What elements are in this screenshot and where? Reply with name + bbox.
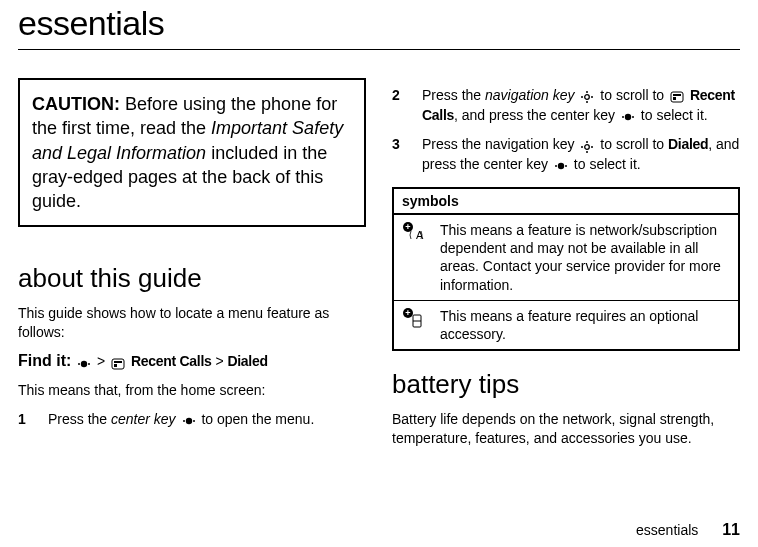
symbols-row-text: This means a feature is network/subscrip… xyxy=(432,214,739,300)
step-body: Press the navigation key to scroll to Re… xyxy=(422,86,740,125)
svg-text:+: + xyxy=(405,222,410,232)
svg-point-13 xyxy=(586,101,588,103)
step-3: 3 Press the navigation key to scroll to … xyxy=(392,135,740,174)
nav-key-icon xyxy=(580,136,594,155)
svg-text:+: + xyxy=(405,308,410,318)
svg-point-25 xyxy=(558,163,564,169)
svg-point-2 xyxy=(88,363,90,365)
svg-point-6 xyxy=(185,418,191,424)
svg-point-20 xyxy=(585,144,590,149)
caution-box: CAUTION: Before using the phone for the … xyxy=(18,78,366,227)
center-key-icon xyxy=(182,410,196,429)
svg-point-12 xyxy=(586,91,588,93)
svg-rect-14 xyxy=(671,92,683,102)
recent-calls-icon xyxy=(670,87,684,106)
svg-point-17 xyxy=(625,114,631,120)
battery-text: Battery life depends on the network, sig… xyxy=(392,410,740,448)
svg-rect-3 xyxy=(112,359,124,369)
symbols-header: symbols xyxy=(393,188,739,214)
svg-rect-4 xyxy=(114,361,122,363)
step-text: , and press the center key xyxy=(454,107,619,123)
svg-point-11 xyxy=(591,96,593,98)
footer-section-label: essentials xyxy=(636,522,698,538)
findit-recent: Recent Calls xyxy=(131,353,211,369)
recent-calls-icon xyxy=(111,355,125,371)
battery-heading: battery tips xyxy=(392,369,740,400)
svg-point-21 xyxy=(581,146,583,148)
findit-line: Find it: > Recent Calls > Dialed xyxy=(18,352,366,370)
about-heading: about this guide xyxy=(18,263,366,294)
svg-point-24 xyxy=(586,151,588,153)
svg-point-19 xyxy=(632,116,634,118)
table-row: + A This means a feature is network/subs… xyxy=(393,214,739,300)
findit-sep-2: > xyxy=(215,353,223,369)
step-italic: navigation key xyxy=(485,87,575,103)
findit-label: Find it: xyxy=(18,352,71,369)
left-column: CAUTION: Before using the phone for the … xyxy=(18,78,366,458)
right-column: 2 Press the navigation key to scroll to … xyxy=(392,78,740,458)
step-2: 2 Press the navigation key to scroll to … xyxy=(392,86,740,125)
step-text: Press the navigation key xyxy=(422,136,578,152)
svg-point-0 xyxy=(81,361,87,367)
step-num: 3 xyxy=(392,135,404,174)
caution-label: CAUTION: xyxy=(32,94,120,114)
svg-point-23 xyxy=(586,141,588,143)
right-steps: 2 Press the navigation key to scroll to … xyxy=(392,86,740,175)
nav-key-icon xyxy=(580,87,594,106)
symbols-table: symbols + A This means a feature is netw… xyxy=(392,187,740,351)
step-text: to scroll to xyxy=(600,87,668,103)
svg-rect-5 xyxy=(114,364,117,367)
svg-point-7 xyxy=(183,420,185,422)
center-key-icon xyxy=(554,156,568,175)
svg-point-22 xyxy=(591,146,593,148)
findit-means: This means that, from the home screen: xyxy=(18,381,366,400)
content-columns: CAUTION: Before using the phone for the … xyxy=(18,78,740,458)
findit-dialed: Dialed xyxy=(227,353,267,369)
step-italic: center key xyxy=(111,411,176,427)
svg-point-26 xyxy=(555,165,557,167)
findit-sep-1: > xyxy=(97,353,105,369)
step-text: Press the xyxy=(48,411,111,427)
svg-point-10 xyxy=(581,96,583,98)
step-num: 2 xyxy=(392,86,404,125)
center-key-icon xyxy=(621,107,635,126)
step-1: 1 Press the center key to open the menu. xyxy=(18,410,366,430)
svg-rect-15 xyxy=(673,94,681,96)
svg-rect-16 xyxy=(673,97,676,100)
step-text: to scroll to xyxy=(600,136,668,152)
about-intro: This guide shows how to locate a menu fe… xyxy=(18,304,366,342)
step-body: Press the center key to open the menu. xyxy=(48,410,366,430)
svg-point-8 xyxy=(193,420,195,422)
step-num: 1 xyxy=(18,410,30,430)
svg-point-27 xyxy=(565,165,567,167)
svg-point-9 xyxy=(585,95,590,100)
page-footer: essentials 11 xyxy=(636,521,740,539)
step-body: Press the navigation key to scroll to Di… xyxy=(422,135,740,174)
step-text: to select it. xyxy=(574,156,641,172)
step-text: to select it. xyxy=(641,107,708,123)
svg-point-18 xyxy=(622,116,624,118)
table-row: + This means a feature requires an optio… xyxy=(393,300,739,350)
title-rule xyxy=(18,49,740,50)
page-title: essentials xyxy=(18,4,740,43)
center-key-icon xyxy=(77,354,91,370)
step-text: to open the menu. xyxy=(201,411,314,427)
accessory-required-icon: + xyxy=(393,300,432,350)
svg-point-1 xyxy=(78,363,80,365)
step-text: Press the xyxy=(422,87,485,103)
network-dependent-icon: + A xyxy=(393,214,432,300)
svg-text:A: A xyxy=(416,229,424,241)
footer-page-number: 11 xyxy=(722,521,740,538)
symbols-row-text: This means a feature requires an optiona… xyxy=(432,300,739,350)
step-bold: Dialed xyxy=(668,136,708,152)
